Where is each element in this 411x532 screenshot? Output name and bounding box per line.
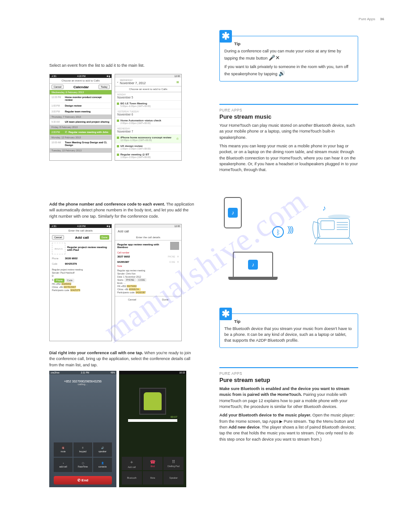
dialpad-button[interactable]: ⠿Dialling Pad: [163, 457, 184, 470]
cal-event-selected[interactable]: iPhone home accessory concept review12:0…: [115, 135, 181, 143]
add-call-button[interactable]: ＋Add call: [122, 457, 142, 470]
detected-number: 4007815907: [64, 286, 76, 288]
contact-image: [139, 388, 166, 415]
clear-icon[interactable]: ✕: [177, 255, 179, 258]
end-call-button[interactable]: ☎End: [143, 457, 163, 470]
code-pill[interactable]: CODE: [137, 278, 146, 282]
mock-android-add-call: 12:00 Add call Enter the call details Re…: [115, 224, 182, 341]
cal-event[interactable]: Regular meeting @ BT1:00pm–3:00pm (GMT+0…: [115, 152, 181, 160]
statusbar-time: 12:00: [174, 75, 180, 77]
camera-icon: ▢: [82, 462, 84, 464]
back-icon[interactable]: ‹: [117, 81, 118, 83]
statusbar-time: 4:20 PM: [77, 75, 86, 77]
call-status: calling…: [49, 383, 116, 386]
svg-rect-0: [317, 219, 349, 238]
cal-event[interactable]: 10:00 AMTown Meeting Group Design and CL…: [50, 140, 111, 148]
contact-name-bar: [128, 419, 177, 422]
mock-ios-calendar: .ıl 3G4:20 PM✱ ▮ Choose an event to add …: [49, 74, 112, 161]
speaker-icon: 🔊: [278, 70, 285, 77]
cancel-button[interactable]: Cancel: [128, 298, 137, 301]
cal-event[interactable]: 9:30 AMUX team planning and project shar…: [50, 119, 111, 125]
day-date: November 7: [117, 130, 179, 133]
mock-header: Enter the call details: [115, 235, 181, 240]
calendar-title: Calendar: [73, 85, 89, 89]
tip2-body: The Bluetooth device that you stream you…: [224, 326, 353, 344]
section-label: PURE APPS: [219, 372, 358, 376]
asterisk-icon: ✱: [219, 308, 232, 320]
phone-field[interactable]: 3028 9802: [65, 257, 109, 260]
code-tag: CODE: [169, 261, 175, 263]
cal-event[interactable]: 12:00 PMHome monitor product concept rev…: [50, 94, 111, 103]
call-duration: 00:07: [119, 416, 177, 418]
end-call-button[interactable]: ✆ End: [54, 476, 112, 485]
mock-android-calendar: 12:00 ‹ WEDNESDAY November 7, 2012 ▦ Cho…: [115, 74, 182, 161]
today-button[interactable]: Today: [98, 85, 110, 89]
section-label: PURE APPS: [219, 108, 358, 112]
code-field[interactable]: 94265387: [117, 261, 167, 263]
phone-pill[interactable]: Phone: [54, 279, 64, 283]
mock-header: Enter the call details: [50, 228, 111, 234]
done-button[interactable]: Done: [100, 235, 109, 240]
contacts-icon: 👤: [101, 462, 104, 464]
day-date: November 5: [117, 96, 179, 99]
mock-android-dialing: 10:15 00:07 ＋Add call ☎End ⠿Dialling Pad…: [119, 371, 186, 487]
cal-event[interactable]: 3:00 PMRegular team meeting: [50, 109, 111, 115]
cal-event[interactable]: UX design review1:00pm–3:00pm (GMT+08:00…: [115, 143, 181, 152]
left-p1: Select an event from the list to add it …: [49, 63, 197, 69]
facetime-button[interactable]: ▢FaceTime: [73, 458, 92, 472]
mute-icon: 🔇: [62, 446, 64, 449]
phone-icon: ✆: [77, 478, 81, 482]
phone-pill[interactable]: PHONE: [124, 278, 136, 282]
code-label: Code: [52, 262, 63, 265]
cal-event[interactable]: 1:00 PMDesign review: [50, 103, 111, 109]
carrier: one2free: [51, 371, 60, 374]
detected-number: 30289802: [61, 283, 71, 285]
day-date: November 6: [117, 113, 179, 116]
add-call-title: Add call: [115, 228, 181, 235]
figure-music-streaming: ♪ ♪ ᛒ ))) ♪: [219, 193, 358, 282]
keypad-button[interactable]: ⠿keypad: [73, 442, 92, 457]
cal-event[interactable]: BG LE Town Meeting5:00pm–6:00pm (GMT+08:…: [115, 101, 181, 109]
plus-icon: ＋: [129, 459, 134, 465]
date-banner: Tuesday, 13 February 2013: [50, 148, 111, 153]
setup-p1: Make sure Bluetooth is enabled and the d…: [219, 386, 358, 410]
add-call-title: Add call: [75, 236, 89, 240]
clear-icon[interactable]: ✕: [177, 261, 179, 263]
cal-event[interactable]: Home Automation–status check2:00pm–3:00p…: [115, 118, 181, 126]
music-note-icon: ♪: [322, 204, 326, 212]
done-button[interactable]: Done: [162, 298, 168, 301]
detected-number: 30279902: [127, 285, 137, 287]
svg-rect-1: [321, 221, 334, 230]
code-field[interactable]: 90425379: [65, 262, 109, 265]
date-banner: Wednesday, 6 February 2013: [50, 90, 111, 94]
mock-header: Choose an event to add to Calls: [50, 78, 111, 84]
pure-stream-p2: This means you can keep your music on a …: [219, 143, 358, 173]
phone-device-icon: ♪: [224, 197, 242, 228]
mute-button[interactable]: Mute: [143, 471, 163, 485]
phone-field[interactable]: 3027 9902: [117, 255, 166, 258]
section-title: Pure stream music: [219, 113, 358, 120]
add-call-button[interactable]: ＋add call: [54, 458, 73, 472]
pure-stream-p1: Your HomeTouch can play music stored on …: [219, 123, 358, 141]
code-pill[interactable]: Code: [65, 279, 74, 283]
contacts-button[interactable]: 👤contacts: [93, 458, 112, 472]
speaker-button[interactable]: 🔊speaker: [93, 442, 112, 457]
cancel-button[interactable]: Cancel: [52, 235, 64, 240]
note-label: Note: [115, 265, 181, 267]
page-number: 36: [380, 17, 384, 21]
add-photo-button[interactable]: Add photo: [52, 243, 65, 254]
statusbar-icons: ✱ ▮: [107, 225, 110, 227]
cal-event-selected[interactable]: 2:00 PM✆Regular review meeting with John: [50, 129, 111, 135]
detected-code: 90425379: [70, 289, 80, 292]
contact-icon[interactable]: [170, 242, 179, 250]
calendar-icon[interactable]: ▦: [176, 81, 179, 83]
speaker-button[interactable]: Speaker: [163, 471, 184, 485]
cancel-button[interactable]: Cancel: [51, 85, 64, 89]
bluetooth-button[interactable]: Bluetooth: [122, 471, 142, 485]
dial-number: +852 30279902985643256: [49, 374, 116, 383]
event-title-field[interactable]: Regular app review meeting with Bamboo: [117, 243, 168, 249]
mute-button[interactable]: 🔇mute: [54, 442, 73, 457]
header-path: Pure Apps: [359, 17, 375, 21]
event-title-field[interactable]: Regular project review meeting with Paul: [67, 246, 109, 251]
figure-add-call-details: .ıl 3G4:20 PM✱ ▮ Enter the call details …: [49, 224, 197, 341]
